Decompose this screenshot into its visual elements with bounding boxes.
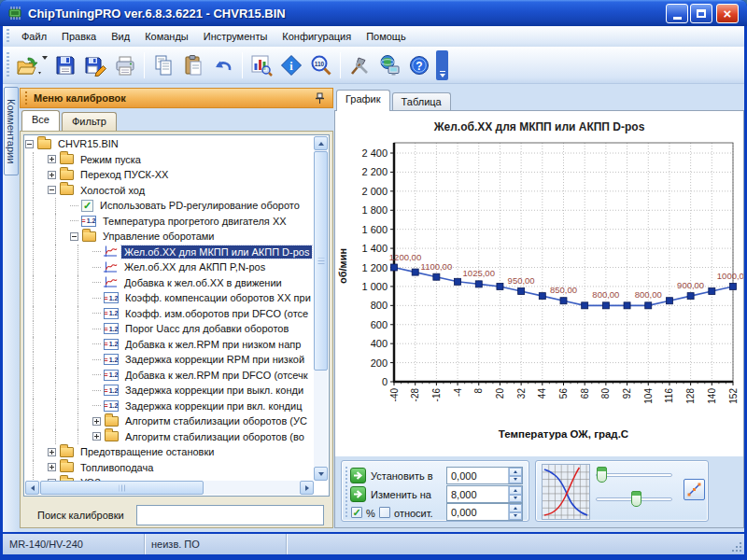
maximize-button[interactable] bbox=[690, 4, 712, 23]
close-icon: × bbox=[724, 6, 732, 21]
tab-filter[interactable]: Фильтр bbox=[62, 112, 117, 131]
pin-button[interactable] bbox=[313, 91, 327, 105]
tree-item[interactable]: CHVR15.BIN bbox=[25, 136, 314, 152]
tree-item[interactable]: 1.2Задержка коррекции при выкл. конди bbox=[25, 383, 314, 399]
tree-item[interactable]: 1.2Задержка коррекции при вкл. кондиц bbox=[25, 399, 314, 414]
paste-button[interactable] bbox=[178, 50, 208, 80]
toolbar-grip[interactable] bbox=[6, 52, 10, 77]
expand-icon[interactable] bbox=[92, 417, 101, 426]
x-axis-title: Температура ОЖ, град.С bbox=[394, 428, 733, 440]
tree-item[interactable]: Алгоритм стабилизации оборотов (во bbox=[25, 429, 314, 445]
open-file-dropdown-icon[interactable] bbox=[44, 60, 50, 71]
tree-item[interactable]: 1.2Добавка к жел.RPM при низком напр bbox=[25, 337, 314, 353]
set-spin-down[interactable] bbox=[509, 476, 522, 484]
tree-item[interactable]: 1.2Коэфф. изм.оборотов при DFCO (отсе bbox=[25, 306, 314, 322]
scroll-right-button[interactable] bbox=[300, 481, 314, 495]
curve-edit-button[interactable] bbox=[684, 479, 705, 500]
vertical-scroll-thumb[interactable] bbox=[314, 151, 328, 371]
tree-item[interactable]: Жел.об.ХХ для АКПП P,N-pos bbox=[25, 259, 314, 275]
internet-button[interactable] bbox=[374, 50, 404, 80]
tree-item[interactable]: Топливоподача bbox=[25, 460, 314, 476]
tree-item[interactable]: Предотвращение остановки bbox=[25, 444, 314, 460]
shape-slider-1[interactable] bbox=[596, 467, 672, 483]
shape-slider-2-thumb[interactable] bbox=[631, 491, 641, 507]
expand-icon[interactable] bbox=[92, 432, 101, 441]
open-file-button[interactable] bbox=[14, 50, 44, 80]
tree-item[interactable]: Холостой ход bbox=[25, 183, 314, 199]
scroll-left-button[interactable] bbox=[25, 481, 39, 495]
expand-icon[interactable] bbox=[48, 463, 56, 471]
chart-compare-button[interactable] bbox=[247, 50, 276, 80]
expand-icon[interactable] bbox=[48, 155, 56, 163]
tree-vertical-scrollbar[interactable] bbox=[314, 136, 328, 481]
expand-icon[interactable] bbox=[48, 171, 56, 179]
save-as-button[interactable] bbox=[80, 50, 110, 80]
set-spin-up[interactable] bbox=[509, 468, 522, 476]
collapse-icon[interactable] bbox=[70, 232, 78, 241]
copy-icon bbox=[152, 54, 175, 77]
tree-item[interactable]: Алгоритм стабилизации оборотов (УС bbox=[25, 413, 314, 429]
toolbar-overflow-button[interactable] bbox=[436, 50, 448, 80]
tree-item[interactable]: Переход ПУСК-ХХ bbox=[25, 167, 314, 183]
minimize-button[interactable] bbox=[666, 4, 688, 23]
menu-item-4[interactable]: Инструменты bbox=[196, 28, 275, 45]
calibration-panel-header[interactable]: Меню калибровок bbox=[20, 88, 333, 108]
collapse-icon[interactable] bbox=[25, 140, 34, 148]
expand-icon[interactable] bbox=[48, 448, 56, 456]
save-button[interactable] bbox=[50, 50, 80, 80]
percent-checkbox[interactable]: ✓ bbox=[351, 507, 362, 518]
relative-spin-up[interactable] bbox=[509, 504, 522, 512]
tree-item[interactable]: Управление оборотами bbox=[25, 229, 314, 245]
info-button[interactable]: i bbox=[276, 50, 306, 80]
svg-text:1 000: 1 000 bbox=[361, 281, 388, 292]
tab-all[interactable]: Все bbox=[21, 110, 60, 131]
help-button[interactable]: ? bbox=[404, 50, 434, 80]
tree-item[interactable]: 1.2Температура прогретого двигателя ХХ bbox=[25, 214, 314, 230]
tree-item[interactable]: ✓Использовать PD-регулирование оборото bbox=[25, 198, 314, 214]
horizontal-scroll-thumb[interactable] bbox=[40, 481, 204, 495]
close-button[interactable]: × bbox=[716, 4, 739, 23]
relative-spin-down[interactable] bbox=[509, 512, 522, 521]
tree-item[interactable]: Жел.об.ХХ для МКПП или АКПП D-pos bbox=[25, 245, 314, 260]
tree-item[interactable]: 1.2Коэфф. компенсации оборотов ХХ при bbox=[25, 290, 314, 306]
shape-slider-2[interactable] bbox=[596, 491, 672, 508]
menu-item-1[interactable]: Правка bbox=[54, 28, 104, 45]
scroll-up-button[interactable] bbox=[314, 136, 328, 150]
tree-item[interactable]: 1.2Задержка коррекции RPM при низкой bbox=[25, 352, 314, 368]
menu-item-0[interactable]: Файл bbox=[14, 28, 54, 45]
relative-value-spinner[interactable]: 0,000 bbox=[446, 503, 523, 521]
comments-side-tab[interactable]: Комментарии bbox=[4, 87, 19, 175]
set-value-spinner[interactable]: 0,000 bbox=[446, 467, 523, 484]
menu-item-3[interactable]: Команды bbox=[137, 28, 196, 45]
menu-item-5[interactable]: Конфигурация bbox=[275, 28, 359, 45]
tree-item[interactable]: 1.2Добавка к жел.RPM при DFCO (отсечк bbox=[25, 368, 314, 384]
resize-grip[interactable] bbox=[731, 541, 742, 553]
apply-change-button[interactable] bbox=[350, 486, 366, 502]
chart-zone[interactable]: Жел.об.ХХ для МКПП или АКПП D-pos об/мин… bbox=[335, 111, 743, 456]
undo-button[interactable] bbox=[208, 50, 238, 80]
calibration-chart[interactable]: 02004006008001 0001 2001 4001 6001 8002 … bbox=[335, 137, 743, 425]
collapse-icon[interactable] bbox=[48, 186, 56, 194]
change-spin-down[interactable] bbox=[509, 495, 522, 503]
tab-table[interactable]: Таблица bbox=[392, 92, 451, 111]
preview-110-button[interactable]: 110 bbox=[306, 50, 336, 80]
apply-set-button[interactable] bbox=[350, 468, 366, 483]
tree-item[interactable]: 1.2Порог Uacc для добавки оборотов bbox=[25, 321, 314, 337]
tree-item[interactable]: Режим пуска bbox=[25, 152, 314, 168]
copy-button[interactable] bbox=[148, 50, 178, 80]
print-button[interactable] bbox=[110, 50, 140, 80]
tree-item[interactable]: Добавка к жел.об.ХХ в движении bbox=[25, 275, 314, 291]
menu-item-6[interactable]: Помощь bbox=[359, 28, 414, 45]
tools-button[interactable] bbox=[345, 50, 374, 80]
menubar-grip[interactable] bbox=[6, 29, 10, 43]
menu-item-2[interactable]: Вид bbox=[104, 28, 137, 45]
change-value-spinner[interactable]: 8,000 bbox=[446, 485, 523, 503]
title-bar[interactable]: ChipTuningPRO ver.6.8.3.6221 - CHVR15.BI… bbox=[0, 0, 747, 26]
shape-slider-1-thumb[interactable] bbox=[597, 467, 607, 483]
scroll-down-button[interactable] bbox=[314, 467, 328, 481]
search-input[interactable] bbox=[136, 505, 324, 525]
tree-horizontal-scrollbar[interactable] bbox=[25, 481, 314, 495]
relative-checkbox[interactable] bbox=[379, 507, 390, 518]
tab-graph[interactable]: График bbox=[336, 90, 390, 111]
change-spin-up[interactable] bbox=[509, 486, 522, 495]
